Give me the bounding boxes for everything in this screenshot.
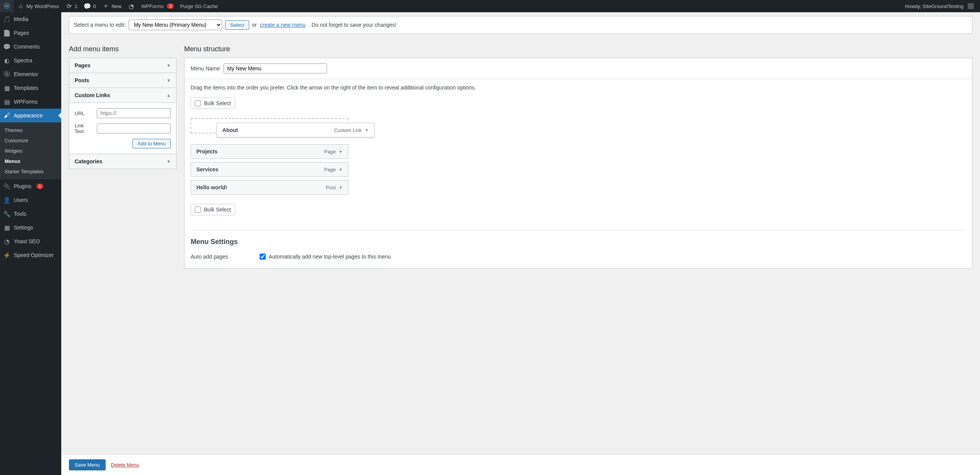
new-content-menu[interactable]: +New	[99, 0, 124, 12]
menu-name-label: Menu Name	[191, 65, 220, 72]
updates-menu[interactable]: ⟳1	[62, 0, 80, 12]
tools-icon: 🔧	[3, 210, 11, 218]
avatar	[968, 3, 974, 9]
comments-menu[interactable]: 💬0	[80, 0, 99, 12]
user-menu[interactable]: Howdy, SiteGroundTesting	[902, 0, 977, 12]
sidebar-item-plugins[interactable]: 🔌Plugins1	[0, 179, 61, 193]
url-label: URL	[75, 111, 93, 116]
bulk-select-checkbox[interactable]	[195, 207, 201, 213]
yoast-icon: ◔	[127, 2, 135, 10]
sidebar-item-templates[interactable]: ▦Templates	[0, 81, 61, 95]
chevron-up-icon: ▲	[167, 93, 171, 98]
menu-item-projects[interactable]: Projects Page▼	[191, 144, 348, 159]
chevron-down-icon: ▼	[167, 159, 171, 164]
submenu-menus[interactable]: Menus	[0, 156, 61, 166]
sidebar-item-tools[interactable]: 🔧Tools	[0, 207, 61, 221]
plus-icon: +	[102, 2, 109, 10]
menu-structure-heading: Menu structure	[184, 45, 972, 53]
submenu-customize[interactable]: Customize	[0, 135, 61, 146]
comments-icon: 💬	[3, 43, 11, 50]
appearance-icon: 🖌	[3, 112, 11, 119]
chevron-down-icon[interactable]: ▼	[339, 150, 343, 154]
menu-name-input[interactable]	[224, 63, 327, 73]
admin-sidebar: 🎵Media 📄Pages 💬Comments ◐Spectra ⓔElemen…	[0, 12, 61, 268]
menu-settings-heading: Menu Settings	[191, 238, 966, 246]
spectra-icon: ◐	[3, 57, 11, 64]
submenu-widgets[interactable]: Widgets	[0, 146, 61, 156]
menu-select-dropdown[interactable]: My New Menu (Primary Menu)	[129, 20, 222, 30]
sidebar-item-wpforms[interactable]: ▤WPForms	[0, 95, 61, 109]
admin-bar: ⓦ ⌂My WordPress ⟳1 💬0 +New ◔ WPForms3 Pu…	[0, 0, 980, 12]
media-icon: 🎵	[3, 15, 11, 23]
home-icon: ⌂	[17, 2, 24, 10]
sidebar-item-speed[interactable]: ⚡Speed Optimizer	[0, 248, 61, 262]
create-new-menu-link[interactable]: create a new menu	[260, 22, 305, 28]
sidebar-item-elementor[interactable]: ⓔElementor	[0, 67, 61, 81]
sidebar-item-media[interactable]: 🎵Media	[0, 12, 61, 26]
templates-icon: ▦	[3, 84, 11, 92]
accordion-pages[interactable]: Pages▼	[69, 58, 176, 73]
menu-items-list: About Custom Link▼ Projects Page▼ Servic…	[191, 118, 966, 195]
update-icon: ⟳	[65, 2, 73, 10]
link-text-input[interactable]	[97, 124, 171, 133]
wpforms-icon: ▤	[3, 98, 11, 106]
chevron-down-icon[interactable]: ▼	[339, 185, 343, 190]
menu-item-services[interactable]: Services Page▼	[191, 162, 348, 177]
drag-instructions: Drag the items into the order you prefer…	[191, 85, 966, 91]
purge-label: Purge SG Cache	[180, 3, 217, 9]
sidebar-item-comments[interactable]: 💬Comments	[0, 40, 61, 54]
select-menu-label: Select a menu to edit:	[74, 22, 126, 28]
submenu-starter-templates[interactable]: Starter Templates	[0, 166, 61, 177]
sidebar-item-users[interactable]: 👤Users	[0, 193, 61, 207]
add-to-menu-button[interactable]: Add to Menu	[132, 139, 171, 148]
chevron-down-icon: ▼	[167, 63, 171, 68]
submenu-themes[interactable]: Themes	[0, 125, 61, 135]
plugins-icon: 🔌	[3, 182, 11, 190]
settings-icon: ▦	[3, 224, 11, 231]
auto-add-pages-row: Auto add pages Automatically add new top…	[191, 251, 966, 263]
wpforms-label: WPForms	[141, 3, 163, 9]
accordion-custom-links[interactable]: Custom Links▲	[69, 88, 176, 103]
appearance-submenu: Themes Customize Widgets Menus Starter T…	[0, 122, 61, 179]
or-text: or	[252, 22, 257, 28]
purge-cache-menu[interactable]: Purge SG Cache	[177, 0, 220, 12]
menu-select-box: Select a menu to edit: My New Menu (Prim…	[69, 16, 972, 34]
sidebar-item-settings[interactable]: ▦Settings	[0, 221, 61, 234]
site-name-menu[interactable]: ⌂My WordPress	[14, 0, 62, 12]
bulk-select-top[interactable]: Bulk Select	[191, 98, 235, 109]
accordion-posts[interactable]: Posts▼	[69, 73, 176, 88]
menu-item-about[interactable]: About Custom Link▼	[217, 123, 374, 137]
url-input[interactable]	[97, 108, 171, 118]
wpforms-badge: 3	[167, 3, 174, 9]
save-hint-text: . Do not forget to save your changes!	[309, 22, 397, 28]
bulk-select-bottom[interactable]: Bulk Select	[191, 204, 235, 215]
chevron-down-icon[interactable]: ▼	[339, 168, 343, 172]
divider	[191, 230, 966, 230]
accordion-categories[interactable]: Categories▼	[69, 154, 176, 169]
speed-icon: ⚡	[3, 251, 11, 259]
yoast-menu[interactable]: ◔	[124, 0, 138, 12]
sidebar-item-spectra[interactable]: ◐Spectra	[0, 54, 61, 67]
auto-add-checkbox-label[interactable]: Automatically add new top-level pages to…	[260, 254, 391, 260]
sidebar-item-appearance[interactable]: 🖌Appearance	[0, 109, 61, 122]
pages-icon: 📄	[3, 29, 11, 37]
comment-icon: 💬	[83, 2, 91, 10]
add-menu-items-heading: Add menu items	[69, 45, 176, 53]
chevron-down-icon: ▼	[167, 78, 171, 83]
wp-logo-menu[interactable]: ⓦ	[0, 0, 14, 12]
main-content: Select a menu to edit: My New Menu (Prim…	[61, 12, 980, 268]
bulk-select-checkbox[interactable]	[195, 100, 201, 106]
sidebar-item-pages[interactable]: 📄Pages	[0, 26, 61, 40]
menu-structure-panel: Menu Name Drag the items into the order …	[184, 58, 972, 268]
new-label: New	[111, 3, 121, 9]
sidebar-item-yoast[interactable]: ◔Yoast SEO	[0, 234, 61, 248]
chevron-down-icon[interactable]: ▼	[365, 128, 369, 132]
auto-add-checkbox[interactable]	[260, 254, 266, 260]
menu-item-hello-world[interactable]: Hello world! Post▼	[191, 180, 348, 195]
select-button[interactable]: Select	[225, 20, 249, 30]
custom-links-panel: URL Link Text Add to Menu	[69, 103, 176, 154]
add-items-accordion: Pages▼ Posts▼ Custom Links▲ URL Link Tex…	[69, 58, 176, 169]
plugins-badge: 1	[36, 184, 43, 189]
wpforms-menu[interactable]: WPForms3	[138, 0, 177, 12]
elementor-icon: ⓔ	[3, 70, 11, 78]
